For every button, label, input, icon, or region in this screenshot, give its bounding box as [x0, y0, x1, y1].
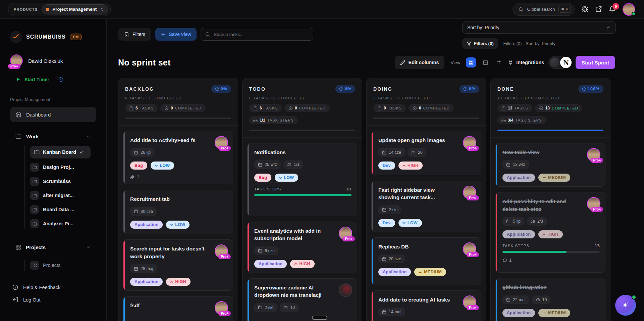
table-view-button[interactable]	[480, 57, 490, 67]
user-avatar[interactable]	[623, 3, 635, 16]
task-card[interactable]: Pro+Update open graph images14 cze20DevH…	[371, 131, 481, 175]
filters-button[interactable]: Filters	[118, 28, 151, 41]
filters-count-button[interactable]: Filters (0)	[462, 38, 498, 49]
task-card[interactable]: Pro+Event analytics with add in subscrip…	[247, 222, 357, 273]
bug-report-button[interactable]	[581, 6, 588, 13]
sort-by-select[interactable]: Sort by: Priority	[462, 21, 616, 34]
inbox-icon	[253, 118, 258, 123]
user-profile[interactable]: Pro+ Dawid Oleksiuk	[10, 54, 96, 67]
task-card[interactable]: Pro+Add possiblity to edit and delete ta…	[495, 192, 605, 273]
ai-assistant-button[interactable]	[615, 295, 636, 316]
tag-app[interactable]: Application	[254, 260, 287, 268]
tag-med[interactable]: MEDIUM	[538, 309, 570, 317]
tag-bug[interactable]: Bug	[130, 162, 147, 170]
sidebar-item-analyzer[interactable]: Analyzer Pr...	[30, 218, 96, 229]
task-card[interactable]: Pro+Fast right sidebar view showing curr…	[371, 181, 481, 232]
tag-high[interactable]: HIGH	[290, 260, 314, 268]
task-steps-progressbar	[502, 251, 600, 253]
help-feedback-button[interactable]: Help & Feedback	[10, 284, 96, 290]
up-indicator-icon	[294, 263, 298, 266]
search-tasks-input[interactable]	[201, 28, 313, 41]
logout-label: Log Out	[23, 297, 41, 303]
tag-low[interactable]: LOW	[166, 221, 190, 229]
add-column-button[interactable]	[495, 58, 503, 67]
assignee-avatar[interactable]: Pro+	[215, 136, 228, 149]
task-card[interactable]: Pro+Search input for tasks doesn't work …	[123, 239, 233, 291]
tag-low[interactable]: LOW	[398, 219, 422, 227]
sidebar-item-work[interactable]: Work	[10, 130, 96, 142]
assignee-avatar[interactable]: Pro+	[339, 227, 352, 240]
column-title: BACKLOG	[125, 86, 154, 92]
column-header: BACKLOG0%6 TASKS · 0 COMPLETED6TASKS0COM…	[118, 78, 238, 126]
horizontal-scrollbar-thumb[interactable]	[312, 316, 327, 320]
tag-high[interactable]: HIGH	[538, 230, 562, 238]
start-sprint-button[interactable]: Start Sprint	[576, 56, 615, 69]
sidebar-item-dashboard[interactable]: Dashboard	[10, 107, 96, 122]
tag-dev[interactable]: Dev	[378, 219, 395, 227]
notion-toggle[interactable]: N	[548, 56, 571, 69]
task-card[interactable]: github integration22 maj10ApplicationMED…	[495, 278, 605, 321]
task-card[interactable]: Recruitment tab30 czeApplicationLOW	[123, 190, 233, 234]
brand[interactable]: SCRUMBUISS PM	[10, 31, 96, 43]
start-timer-button[interactable]: Start Timer	[10, 77, 96, 82]
sidebar-item-design-project[interactable]: Design Proj...	[30, 162, 96, 173]
task-card[interactable]: Pro+New table view12 wrzApplicationMEDIU…	[495, 143, 605, 187]
grid-view-button[interactable]	[466, 57, 476, 67]
folder-icon	[30, 177, 39, 186]
chevron-down-icon	[86, 134, 91, 139]
tag-app[interactable]: Application	[502, 230, 535, 238]
assignee-avatar[interactable]: Pro+	[463, 186, 476, 199]
column-steps-row: 3/4TASK STEPS	[497, 116, 603, 124]
tag-low[interactable]: LOW	[275, 174, 298, 182]
sidebar-item-projects-sub[interactable]: Projects	[30, 260, 96, 271]
tag-app[interactable]: Application	[130, 278, 163, 286]
tag-dev[interactable]: Dev	[378, 162, 395, 170]
check-icon	[79, 150, 84, 154]
notifications-button[interactable]: 0	[609, 6, 616, 13]
tag-app[interactable]: Application	[130, 221, 163, 229]
assignee-avatar[interactable]: Pro+	[463, 295, 476, 309]
tag-high[interactable]: HIGH	[166, 278, 190, 286]
tag-app[interactable]: Application	[502, 309, 535, 317]
tag-low[interactable]: LOW	[151, 162, 174, 170]
logout-button[interactable]: Log Out	[10, 296, 96, 303]
global-search[interactable]: Global search ⌘ K	[513, 3, 575, 16]
sidebar-item-projects[interactable]: Projects	[10, 241, 96, 253]
card-title: Update open graph images	[378, 137, 476, 144]
tag-high[interactable]: HIGH	[398, 162, 423, 170]
tag-app[interactable]: Application	[378, 268, 411, 276]
search-shortcut: ⌘ K	[558, 6, 571, 13]
task-card[interactable]: Pro+fsdf	[123, 296, 233, 321]
sidebar-item-board-data[interactable]: Board Data ...	[30, 204, 96, 215]
task-card[interactable]: Pro+Add title to ActivityFeed fs26 lipBu…	[123, 131, 233, 184]
assignee-avatar[interactable]	[339, 283, 352, 297]
assignee-avatar[interactable]: Pro+	[587, 148, 600, 162]
product-select[interactable]: Project Management	[42, 4, 108, 14]
tag-med[interactable]: MEDIUM	[414, 268, 446, 276]
focus-target-icon[interactable]	[58, 77, 64, 82]
tag-app[interactable]: Application	[502, 174, 535, 182]
tag-med[interactable]: MEDIUM	[538, 174, 570, 182]
ai-online-dot	[632, 295, 636, 300]
filters-label: Filters	[132, 32, 145, 37]
calendar-icon	[506, 163, 511, 167]
sidebar-item-scrumbuiss[interactable]: Scrumbuiss	[30, 176, 96, 187]
integrations-button[interactable]: Integrations	[508, 60, 544, 65]
assignee-avatar[interactable]: Pro+	[215, 244, 228, 258]
task-card[interactable]: Pro+Add date to creating AI tasks14 maj	[371, 290, 481, 321]
assignee-avatar[interactable]: Pro+	[587, 197, 600, 211]
product-switcher[interactable]: PRODUCTS Project Management	[8, 3, 111, 16]
task-card[interactable]: Sugerowanie zadanie AI dropdown nie ma t…	[247, 278, 357, 321]
assignee-avatar[interactable]: Pro+	[463, 242, 476, 256]
task-card[interactable]: Notifications25 wrz1/1BugLOWTASK STEPS1/…	[247, 143, 357, 216]
sidebar-item-kanban-board[interactable]: Kanban Board	[30, 146, 91, 158]
sidebar-item-after-migration[interactable]: after migrat...	[30, 190, 96, 201]
inbox-icon	[501, 118, 506, 123]
save-view-button[interactable]: Save view	[155, 28, 197, 41]
tag-bug[interactable]: Bug	[254, 174, 271, 182]
assignee-avatar[interactable]: Pro+	[463, 136, 476, 149]
assignee-avatar[interactable]: Pro+	[215, 301, 228, 315]
share-button[interactable]	[595, 6, 602, 13]
edit-columns-button[interactable]: Edit columns	[395, 56, 444, 69]
task-card[interactable]: Pro+Replicas DB20 czeApplicationMEDIUM	[371, 237, 481, 285]
